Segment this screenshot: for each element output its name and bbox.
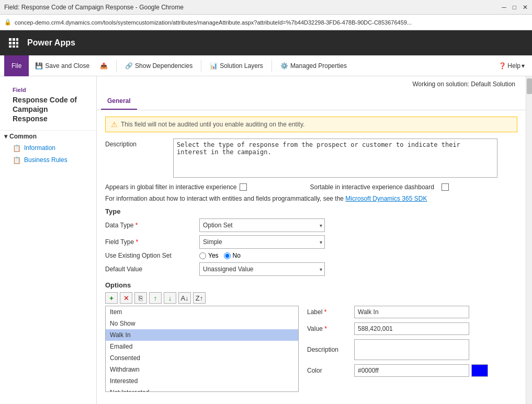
svg-rect-3 (9, 42, 12, 44)
svg-rect-2 (16, 38, 18, 41)
description-label: Description (105, 138, 173, 148)
publish-icon: 📤 (100, 62, 108, 70)
use-existing-label: Use Existing Option Set (105, 252, 199, 259)
delete-icon: ✕ (123, 294, 129, 302)
field-type-required: * (136, 238, 139, 246)
browser-title: Field: Response Code of Campaign Respons… (4, 4, 184, 11)
options-section: Options + ✕ ⎘ ↑ ↓ (105, 281, 517, 392)
scrollbar-thumb[interactable] (527, 78, 532, 94)
collapse-icon: ▾ (4, 133, 7, 140)
option-item-6[interactable]: Interested (106, 375, 298, 387)
radio-yes[interactable] (199, 252, 206, 259)
description-textarea[interactable]: <span data-bind="general.description_val… (173, 138, 497, 178)
page-header: Field Response Code of Campaign Response (0, 80, 96, 131)
default-value-label: Default Value (105, 266, 199, 273)
default-value-row: Default Value Unassigned Value ▾ (105, 262, 517, 276)
add-option-button[interactable]: + (105, 292, 118, 304)
field-type-row: Field Type * Simple ▾ (105, 235, 517, 249)
move-up-button[interactable]: ↑ (149, 292, 162, 304)
lock-icon: 🔒 (4, 19, 12, 26)
field-type-select[interactable]: Simple (199, 235, 325, 249)
sort-az-button[interactable]: A↓ (178, 292, 191, 304)
svg-rect-0 (9, 38, 12, 41)
option-color-row: Color (307, 364, 517, 377)
save-icon: 💾 (35, 62, 43, 70)
option-item-5[interactable]: Withdrawn (106, 364, 298, 375)
solution-layers-button[interactable]: 📊 Solution Layers (206, 57, 267, 74)
move-down-icon: ↓ (168, 294, 172, 302)
help-button[interactable]: ❓ Help ▾ (495, 60, 528, 72)
minimize-icon[interactable]: ─ (502, 4, 506, 11)
option-value-input[interactable] (354, 322, 469, 335)
data-type-label: Data Type * (105, 222, 199, 229)
save-close-button[interactable]: 💾 Save and Close (31, 57, 94, 74)
sort-za-icon: Z↑ (196, 294, 203, 302)
filter-sortable-checkbox[interactable] (442, 183, 449, 191)
option-description-textarea[interactable] (354, 339, 469, 360)
svg-rect-5 (16, 42, 18, 44)
option-item-0[interactable]: Item (106, 306, 298, 318)
move-up-icon: ↑ (154, 294, 157, 302)
option-description-label: Description (307, 346, 354, 353)
data-type-select[interactable]: Option Set (199, 218, 325, 232)
maximize-icon[interactable]: □ (513, 4, 516, 11)
sort-az-icon: A↓ (180, 294, 188, 302)
sdk-link[interactable]: Microsoft Dynamics 365 SDK (345, 195, 427, 202)
copy-option-button[interactable]: ⎘ (134, 292, 147, 304)
right-scrollbar[interactable] (526, 76, 532, 404)
option-item-1[interactable]: No Show (106, 318, 298, 329)
sidebar-item-information[interactable]: 📋 Information (0, 142, 96, 154)
sidebar-item-business-rules[interactable]: 📋 Business Rules (0, 154, 96, 166)
separator-2 (201, 60, 201, 72)
value-required: * (324, 325, 327, 332)
sdk-link-row: For information about how to interact wi… (105, 195, 517, 202)
tab-bar: General (97, 93, 526, 110)
option-item-2[interactable]: Walk In (106, 329, 298, 341)
use-existing-radio-group: Yes No (199, 252, 241, 259)
description-row: Description <span data-bind="general.des… (105, 138, 517, 179)
radio-no[interactable] (224, 252, 231, 259)
main-content: Working on solution: Default Solution Ge… (97, 76, 526, 404)
show-dependencies-button[interactable]: 🔗 Show Dependencies (121, 57, 197, 74)
field-label: Field (6, 85, 90, 94)
browser-titlebar: Field: Response Code of Campaign Respons… (0, 0, 532, 15)
warning-icon: ⚠ (111, 120, 118, 129)
dependencies-icon: 🔗 (125, 62, 133, 70)
sdk-text: For information about how to interact wi… (105, 195, 344, 202)
browser-addressbar: 🔒 concep-demo.crm4.dynamics.com/tools/sy… (0, 15, 532, 30)
option-item-7[interactable]: Not Interested (106, 387, 298, 392)
tab-general[interactable]: General (101, 93, 137, 110)
waffle-icon[interactable] (6, 36, 21, 50)
field-type-dropdown-wrap: Simple ▾ (199, 235, 325, 249)
default-value-select[interactable]: Unassigned Value (199, 262, 325, 276)
add-icon: + (109, 294, 114, 302)
rules-icon: 📋 (13, 156, 21, 164)
address-url[interactable]: concep-demo.crm4.dynamics.com/tools/syst… (15, 19, 412, 26)
radio-no-label[interactable]: No (224, 252, 241, 259)
managed-properties-button[interactable]: ⚙️ Managed Properties (276, 57, 351, 74)
option-item-4[interactable]: Consented (106, 352, 298, 364)
radio-yes-label[interactable]: Yes (199, 252, 219, 259)
sort-za-button[interactable]: Z↑ (193, 292, 206, 304)
file-button[interactable]: File (4, 55, 29, 76)
publish-button[interactable]: 📤 (96, 57, 112, 74)
content-area: ⚠ This field will not be audited until y… (97, 110, 526, 403)
svg-rect-4 (13, 42, 15, 44)
options-toolbar: + ✕ ⎘ ↑ ↓ A↓ (105, 292, 517, 304)
color-swatch[interactable] (471, 364, 488, 377)
filter-global-checkbox[interactable] (240, 183, 247, 191)
common-section-header[interactable]: ▾ Common (0, 131, 96, 142)
filter-sortable-item: Sortable in interactive experience dashb… (310, 183, 448, 191)
warning-banner: ⚠ This field will not be audited until y… (105, 117, 517, 132)
delete-option-button[interactable]: ✕ (120, 292, 132, 304)
option-color-input[interactable] (354, 364, 469, 377)
option-description-row: Description (307, 339, 517, 360)
option-item-3[interactable]: Emailed (106, 341, 298, 352)
option-label-input[interactable] (354, 306, 469, 318)
page-title: Response Code of Campaign Response (13, 95, 84, 124)
options-listbox[interactable]: Item No Show Walk In Emailed Consented W… (105, 306, 299, 392)
move-down-button[interactable]: ↓ (164, 292, 176, 304)
page-container: Field Response Code of Campaign Response… (0, 76, 532, 404)
filter-global-label: Appears in global filter in interactive … (105, 183, 236, 191)
close-icon[interactable]: ✕ (523, 4, 528, 11)
